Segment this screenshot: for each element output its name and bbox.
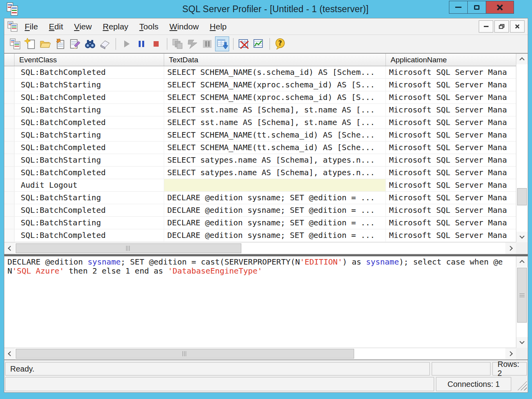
mdi-minimize-button[interactable] bbox=[479, 20, 493, 33]
mdi-restore-button[interactable] bbox=[494, 20, 509, 33]
application-name-cell[interactable]: Microsoft SQL Server Mana bbox=[386, 141, 516, 154]
text-data-cell[interactable]: SELECT SCHEMA_NAME(tt.schema_id) AS [Sch… bbox=[164, 129, 386, 141]
menu-replay[interactable]: Replay bbox=[97, 22, 134, 31]
detail-hscroll-track[interactable] bbox=[15, 348, 505, 359]
application-name-cell[interactable]: Microsoft SQL Server Mana bbox=[386, 204, 516, 216]
trace-event-row[interactable]: SQL:BatchCompleted DECLARE @edition sysn… bbox=[4, 229, 516, 242]
scroll-down-button[interactable] bbox=[516, 337, 528, 348]
row-selector-cell[interactable] bbox=[4, 66, 14, 78]
run-to-cursor-button[interactable] bbox=[185, 36, 199, 51]
text-data-cell[interactable]: SELECT SCHEMA_NAME(s.schema_id) AS [Sche… bbox=[164, 66, 386, 78]
help-button[interactable]: ? bbox=[273, 36, 287, 51]
grid-hscroll-thumb[interactable] bbox=[16, 243, 241, 253]
event-class-cell[interactable]: SQL:BatchCompleted bbox=[14, 116, 164, 129]
row-selector-cell[interactable] bbox=[4, 154, 14, 166]
auto-scroll-button[interactable] bbox=[215, 36, 229, 51]
grid-vertical-scrollbar[interactable] bbox=[516, 54, 528, 242]
trace-event-row[interactable]: SQL:BatchStarting SELECT SCHEMA_NAME(tt.… bbox=[4, 129, 516, 141]
event-class-cell[interactable]: SQL:BatchStarting bbox=[14, 217, 164, 229]
text-data-cell[interactable] bbox=[164, 179, 386, 191]
event-class-cell[interactable]: SQL:BatchCompleted bbox=[14, 229, 164, 241]
trace-event-row[interactable]: SQL:BatchCompleted SELECT SCHEMA_NAME(tt… bbox=[4, 141, 516, 154]
text-data-cell[interactable]: SELECT SCHEMA_NAME(xproc.schema_id) AS [… bbox=[164, 79, 386, 91]
application-name-cell[interactable]: Microsoft SQL Server Mana bbox=[386, 79, 516, 91]
clear-trace-window-button[interactable] bbox=[98, 36, 112, 51]
column-header-textdata[interactable]: TextData bbox=[164, 54, 386, 66]
start-replay-button[interactable] bbox=[119, 36, 133, 51]
scroll-up-button[interactable] bbox=[516, 256, 528, 267]
text-data-cell[interactable]: SELECT SCHEMA_NAME(tt.schema_id) AS [Sch… bbox=[164, 141, 386, 154]
event-class-cell[interactable]: Audit Logout bbox=[14, 179, 164, 191]
application-name-cell[interactable]: Microsoft SQL Server Mana bbox=[386, 217, 516, 229]
text-data-cell[interactable]: SELECT SCHEMA_NAME(xproc.schema_id) AS [… bbox=[164, 91, 386, 103]
event-class-cell[interactable]: SQL:BatchStarting bbox=[14, 192, 164, 204]
text-data-cell[interactable]: DECLARE @edition sysname; SET @edition =… bbox=[164, 204, 386, 216]
grid-horizontal-scrollbar[interactable] bbox=[4, 242, 516, 254]
menu-view[interactable]: View bbox=[69, 22, 97, 31]
row-selector-cell[interactable] bbox=[4, 91, 14, 103]
text-data-cell[interactable]: DECLARE @edition sysname; SET @edition =… bbox=[164, 217, 386, 229]
column-header-applicationname[interactable]: ApplicationName bbox=[386, 54, 516, 66]
row-selector-cell[interactable] bbox=[4, 217, 14, 229]
trace-file-button[interactable] bbox=[8, 36, 22, 51]
menu-edit[interactable]: Edit bbox=[43, 22, 69, 31]
row-selector-cell[interactable] bbox=[4, 79, 14, 91]
row-selector-cell[interactable] bbox=[4, 179, 14, 191]
column-header-eventclass[interactable]: EventClass bbox=[14, 54, 164, 66]
detail-hscroll-thumb[interactable] bbox=[16, 349, 354, 359]
detail-vscroll-thumb[interactable] bbox=[517, 268, 527, 323]
trace-event-row[interactable]: SQL:BatchCompleted SELECT SCHEMA_NAME(xp… bbox=[4, 91, 516, 104]
application-name-cell[interactable]: Microsoft SQL Server Mana bbox=[386, 129, 516, 141]
scroll-left-button[interactable] bbox=[4, 243, 15, 254]
open-trace-button[interactable] bbox=[38, 36, 52, 51]
scroll-up-button[interactable] bbox=[516, 54, 528, 64]
trace-event-row[interactable]: SQL:BatchCompleted SELECT sst.name AS [S… bbox=[4, 116, 516, 129]
trace-event-row[interactable]: SQL:BatchStarting DECLARE @edition sysna… bbox=[4, 192, 516, 204]
text-data-cell[interactable]: SELECT sst.name AS [Schema], st.name AS … bbox=[164, 104, 386, 116]
trace-event-row[interactable]: SQL:BatchStarting SELECT SCHEMA_NAME(xpr… bbox=[4, 79, 516, 91]
detail-vscroll-track[interactable] bbox=[516, 267, 528, 337]
application-name-cell[interactable]: Microsoft SQL Server Mana bbox=[386, 91, 516, 103]
event-class-cell[interactable]: SQL:BatchCompleted bbox=[14, 66, 164, 78]
detail-horizontal-scrollbar[interactable] bbox=[4, 348, 516, 359]
row-selector-cell[interactable] bbox=[4, 141, 14, 154]
row-selector-cell[interactable] bbox=[4, 167, 14, 179]
application-name-cell[interactable]: Microsoft SQL Server Mana bbox=[386, 104, 516, 116]
menu-window[interactable]: Window bbox=[164, 22, 204, 31]
event-class-cell[interactable]: SQL:BatchStarting bbox=[14, 79, 164, 91]
new-trace-button[interactable] bbox=[23, 36, 37, 51]
text-data-cell[interactable]: SELECT satypes.name AS [Schema], atypes.… bbox=[164, 154, 386, 166]
organize-columns-button[interactable] bbox=[237, 36, 251, 51]
trace-event-row[interactable]: Audit Logout Microsoft SQL Server Mana bbox=[4, 179, 516, 192]
menu-tools[interactable]: Tools bbox=[134, 22, 164, 31]
trace-properties-button[interactable] bbox=[68, 36, 82, 51]
row-selector-cell[interactable] bbox=[4, 129, 14, 141]
row-selector-cell[interactable] bbox=[4, 204, 14, 216]
application-name-cell[interactable]: Microsoft SQL Server Mana bbox=[386, 66, 516, 78]
application-name-cell[interactable]: Microsoft SQL Server Mana bbox=[386, 116, 516, 129]
row-selector-cell[interactable] bbox=[4, 104, 14, 116]
menu-help[interactable]: Help bbox=[204, 22, 232, 31]
row-selector-cell[interactable] bbox=[4, 229, 14, 241]
event-class-cell[interactable]: SQL:BatchStarting bbox=[14, 104, 164, 116]
trace-event-row[interactable]: SQL:BatchStarting SELECT sst.name AS [Sc… bbox=[4, 104, 516, 116]
grid-hscroll-track[interactable] bbox=[15, 243, 505, 254]
event-class-cell[interactable]: SQL:BatchCompleted bbox=[14, 167, 164, 179]
trace-event-row[interactable]: SQL:BatchStarting DECLARE @edition sysna… bbox=[4, 217, 516, 229]
minimize-button[interactable] bbox=[449, 1, 467, 14]
application-name-cell[interactable]: Microsoft SQL Server Mana bbox=[386, 179, 516, 191]
application-name-cell[interactable]: Microsoft SQL Server Mana bbox=[386, 167, 516, 179]
resize-grip[interactable] bbox=[518, 381, 527, 390]
toggle-breakpoint-button[interactable] bbox=[200, 36, 214, 51]
mdi-close-button[interactable] bbox=[510, 20, 525, 33]
find-button[interactable] bbox=[83, 36, 97, 51]
event-class-cell[interactable]: SQL:BatchStarting bbox=[14, 154, 164, 166]
text-data-cell[interactable]: DECLARE @edition sysname; SET @edition =… bbox=[164, 192, 386, 204]
grid-vscroll-thumb[interactable] bbox=[517, 188, 527, 205]
pause-replay-button[interactable] bbox=[134, 36, 148, 51]
execute-one-step-button[interactable] bbox=[170, 36, 185, 51]
event-class-cell[interactable]: SQL:BatchCompleted bbox=[14, 91, 164, 103]
scroll-right-button[interactable] bbox=[505, 348, 516, 359]
text-data-cell[interactable]: DECLARE @edition sysname; SET @edition =… bbox=[164, 229, 386, 241]
application-name-cell[interactable]: Microsoft SQL Server Mana bbox=[386, 154, 516, 166]
